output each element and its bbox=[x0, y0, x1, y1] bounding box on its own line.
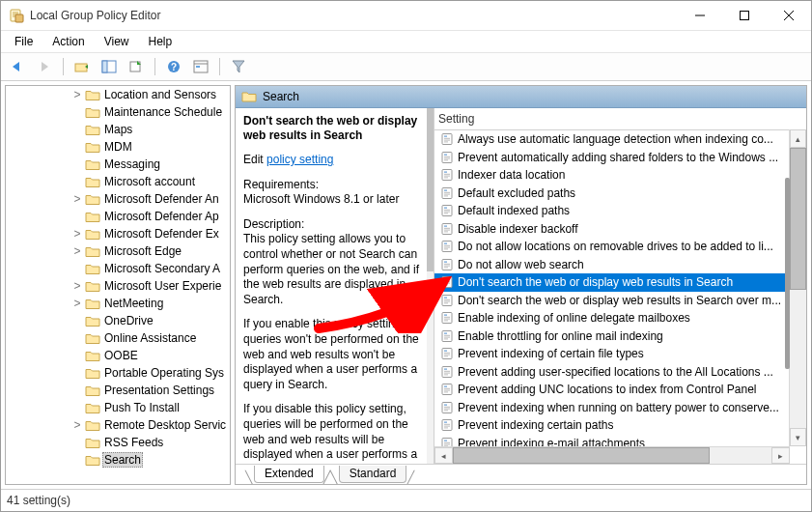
tree-node-microsoft-defender-ap[interactable]: ›Microsoft Defender Ap bbox=[6, 208, 230, 225]
menu-help[interactable]: Help bbox=[139, 33, 182, 50]
scroll-left-button[interactable]: ◂ bbox=[434, 447, 453, 464]
setting-row[interactable]: Prevent indexing e-mail attachments bbox=[434, 435, 790, 448]
tree-node-maps[interactable]: ›Maps bbox=[6, 121, 230, 138]
svg-rect-34 bbox=[444, 189, 447, 190]
setting-row[interactable]: Don't search the web or display web resu… bbox=[434, 273, 790, 292]
tree-node-remote-desktop-servic[interactable]: >Remote Desktop Servic bbox=[6, 416, 230, 434]
menu-file[interactable]: File bbox=[5, 33, 42, 50]
setting-row[interactable]: Prevent adding user-specified locations … bbox=[434, 363, 790, 382]
setting-row[interactable]: Don't search the web or display web resu… bbox=[434, 292, 790, 310]
settings-header[interactable]: Setting bbox=[434, 108, 806, 130]
edit-policy-link[interactable]: policy setting bbox=[266, 153, 333, 166]
policy-icon bbox=[440, 365, 454, 379]
setting-row[interactable]: Enable indexing of online delegate mailb… bbox=[434, 309, 790, 327]
tree-node-push-to-install[interactable]: ›Push To Install bbox=[6, 399, 230, 416]
tree-node-microsoft-user-experie[interactable]: >Microsoft User Experie bbox=[6, 277, 230, 295]
tree-node-microsoft-defender-ex[interactable]: >Microsoft Defender Ex bbox=[6, 225, 230, 242]
back-button[interactable] bbox=[5, 55, 30, 78]
tree-node-online-assistance[interactable]: ›Online Assistance bbox=[6, 329, 230, 347]
chevron-right-icon[interactable]: > bbox=[71, 88, 83, 101]
right-edge-thick-scroller[interactable] bbox=[785, 178, 790, 369]
edit-line: Edit policy setting bbox=[243, 153, 426, 168]
folder-icon bbox=[85, 158, 100, 171]
svg-rect-62 bbox=[444, 285, 448, 286]
tree-node-label: Maintenance Schedule bbox=[102, 105, 224, 119]
tree-node-microsoft-defender-an[interactable]: >Microsoft Defender An bbox=[6, 190, 230, 208]
svg-rect-70 bbox=[444, 317, 450, 318]
scroll-down-button[interactable]: ▾ bbox=[790, 428, 806, 446]
setting-row[interactable]: Do not allow locations on removable driv… bbox=[434, 238, 790, 256]
setting-row[interactable]: Prevent indexing of certain file types bbox=[434, 345, 790, 363]
horizontal-scrollbar[interactable]: ◂ ▸ bbox=[434, 446, 790, 464]
setting-row[interactable]: Prevent automatically adding shared fold… bbox=[434, 149, 790, 167]
chevron-right-icon[interactable]: > bbox=[71, 418, 83, 432]
tree-node-portable-operating-sys[interactable]: ›Portable Operating Sys bbox=[6, 364, 230, 382]
menu-action[interactable]: Action bbox=[42, 33, 94, 50]
tree-node-microsoft-account[interactable]: ›Microsoft account bbox=[6, 173, 230, 190]
svg-rect-55 bbox=[444, 264, 450, 265]
tree-node-label: Microsoft User Experie bbox=[102, 279, 223, 293]
tree-node-rss-feeds[interactable]: ›RSS Feeds bbox=[6, 434, 230, 451]
tree-node-microsoft-edge[interactable]: >Microsoft Edge bbox=[6, 242, 230, 260]
setting-row[interactable]: Prevent indexing when running on battery… bbox=[434, 399, 790, 417]
svg-rect-97 bbox=[444, 410, 448, 411]
tree-node-mdm[interactable]: ›MDM bbox=[6, 138, 230, 156]
tree-node-messaging[interactable]: ›Messaging bbox=[6, 156, 230, 173]
chevron-right-icon[interactable]: > bbox=[71, 297, 83, 310]
minimize-button[interactable] bbox=[678, 1, 722, 30]
setting-row[interactable]: Indexer data location bbox=[434, 166, 790, 185]
tree-node-maintenance-schedule[interactable]: ›Maintenance Schedule bbox=[6, 103, 230, 121]
setting-row[interactable]: Always use automatic language detection … bbox=[434, 130, 790, 149]
svg-rect-25 bbox=[444, 156, 450, 157]
svg-rect-101 bbox=[444, 426, 450, 427]
setting-label: Enable indexing of online delegate mailb… bbox=[458, 311, 690, 325]
svg-rect-82 bbox=[444, 356, 448, 357]
tree-node-onedrive[interactable]: ›OneDrive bbox=[6, 312, 230, 329]
desc-scrollbar[interactable] bbox=[427, 108, 434, 464]
tree-node-microsoft-secondary-a[interactable]: ›Microsoft Secondary A bbox=[6, 260, 230, 277]
tab-extended[interactable]: Extended bbox=[254, 466, 324, 483]
svg-rect-94 bbox=[444, 404, 447, 405]
tree-node-netmeeting[interactable]: >NetMeeting bbox=[6, 295, 230, 312]
setting-row[interactable]: Prevent adding UNC locations to index fr… bbox=[434, 381, 790, 399]
tree-node-presentation-settings[interactable]: ›Presentation Settings bbox=[6, 382, 230, 399]
chevron-right-icon[interactable]: > bbox=[71, 279, 83, 293]
help-button[interactable]: ? bbox=[161, 55, 186, 78]
properties-button[interactable] bbox=[188, 55, 213, 78]
menu-view[interactable]: View bbox=[95, 33, 139, 50]
tree-scroll[interactable]: >Location and Sensors›Maintenance Schedu… bbox=[6, 86, 230, 484]
show-tree-button[interactable] bbox=[97, 55, 122, 78]
chevron-right-icon[interactable]: > bbox=[71, 192, 83, 206]
vertical-scrollbar[interactable]: ▴ ▾ bbox=[789, 129, 806, 446]
tab-standard[interactable]: Standard bbox=[339, 466, 407, 483]
folder-icon bbox=[85, 437, 100, 449]
svg-rect-71 bbox=[444, 319, 450, 320]
tree-node-label: MDM bbox=[102, 140, 134, 154]
chevron-right-icon[interactable]: > bbox=[71, 244, 83, 258]
setting-label: Default excluded paths bbox=[458, 186, 575, 200]
export-button[interactable] bbox=[124, 55, 149, 78]
up-folder-button[interactable] bbox=[70, 55, 95, 78]
svg-rect-68 bbox=[442, 313, 452, 324]
settings-list[interactable]: Always use automatic language detection … bbox=[434, 130, 790, 447]
toolbar-separator bbox=[154, 58, 155, 75]
setting-row[interactable]: Enable throttling for online mail indexi… bbox=[434, 327, 790, 346]
filter-button[interactable] bbox=[226, 55, 251, 78]
tree-node-search[interactable]: ›Search bbox=[6, 451, 230, 469]
tree-node-oobe[interactable]: ›OOBE bbox=[6, 347, 230, 364]
setting-row[interactable]: Default excluded paths bbox=[434, 185, 790, 203]
forward-button[interactable] bbox=[32, 55, 57, 78]
tree-node-location-and-sensors[interactable]: >Location and Sensors bbox=[6, 86, 230, 103]
scroll-up-button[interactable]: ▴ bbox=[790, 129, 806, 148]
scroll-right-button[interactable]: ▸ bbox=[771, 447, 790, 464]
policy-icon bbox=[440, 383, 454, 396]
close-button[interactable] bbox=[767, 1, 811, 30]
svg-rect-27 bbox=[444, 159, 448, 160]
setting-row[interactable]: Prevent indexing certain paths bbox=[434, 416, 790, 435]
maximize-button[interactable] bbox=[722, 1, 767, 30]
chevron-right-icon[interactable]: > bbox=[71, 227, 83, 241]
setting-row[interactable]: Disable indexer backoff bbox=[434, 220, 790, 239]
setting-row[interactable]: Default indexed paths bbox=[434, 202, 790, 220]
setting-row[interactable]: Do not allow web search bbox=[434, 256, 790, 274]
policy-icon bbox=[440, 294, 454, 307]
